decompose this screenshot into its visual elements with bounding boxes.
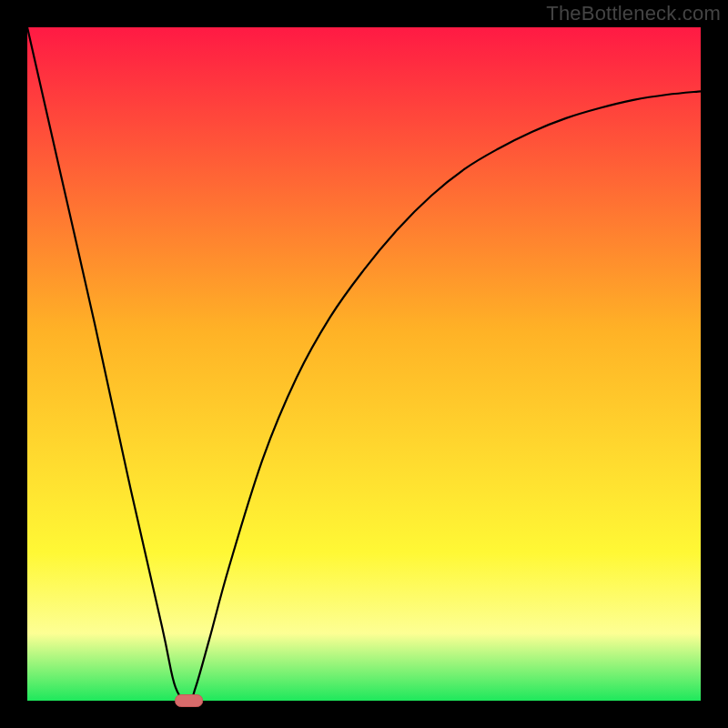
- watermark-text: TheBottleneck.com: [546, 2, 721, 25]
- bottleneck-chart: [0, 0, 728, 728]
- chart-container: TheBottleneck.com: [0, 0, 728, 728]
- optimal-marker: [176, 695, 203, 707]
- plot-area: [27, 27, 701, 701]
